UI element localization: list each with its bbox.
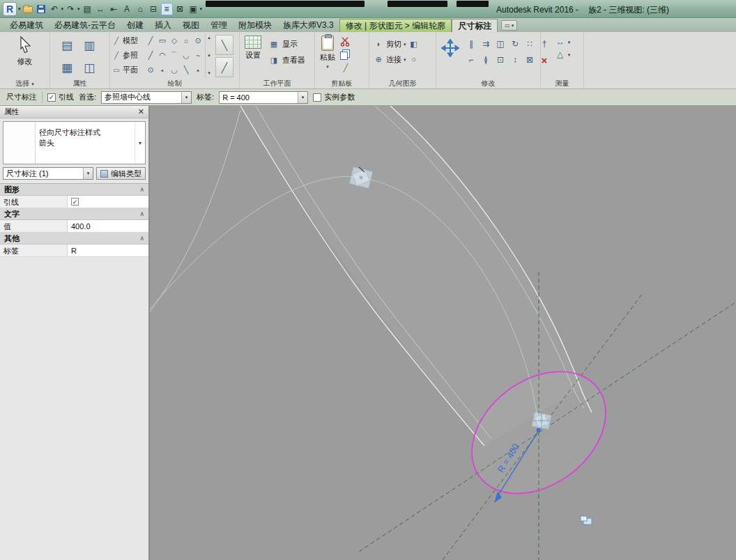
properties-header[interactable]: 属性 ✕	[0, 106, 148, 118]
family-types-button[interactable]: ▥	[79, 35, 100, 56]
cut-icon[interactable]	[340, 37, 350, 47]
workplane-indicator-icon[interactable]	[581, 516, 592, 524]
panel-draw-label[interactable]: 绘制	[110, 79, 239, 88]
aligned-dimension-button[interactable]: ⇤	[108, 3, 120, 15]
instance-parameter-checkbox[interactable]	[313, 93, 321, 102]
section-button[interactable]: ⊟	[148, 3, 160, 15]
gizmo-center-point[interactable]	[540, 419, 543, 422]
scale-icon[interactable]: ↕	[508, 53, 522, 67]
modify-button[interactable]: 修改	[14, 33, 36, 77]
panel-clipboard-label[interactable]: 剪贴板	[315, 79, 369, 88]
tag-row-value[interactable]: R	[68, 244, 148, 256]
split-icon[interactable]: ≬	[479, 53, 493, 67]
switch-windows-button[interactable]: ▣	[187, 3, 199, 15]
customize-qat-caret-icon[interactable]: ▾	[200, 6, 203, 12]
open-button[interactable]	[22, 3, 34, 15]
set-workplane-button[interactable]: 设置	[242, 33, 264, 77]
panel-select-label[interactable]: 选择 ▾	[0, 79, 49, 88]
measure-button[interactable]: ↔	[95, 3, 107, 15]
show-workplane-button[interactable]: ▦ 显示	[266, 37, 307, 51]
mirror-icon[interactable]: ◫	[493, 37, 507, 51]
draw-curve-button[interactable]: ◡	[169, 65, 180, 76]
draw-circle2-button[interactable]: ⊙	[145, 65, 156, 76]
titlebar[interactable]: R ▾ ↶ ▾ ↷ ▾ ▤ ↔ ⇤ A ⌂ ⊟ ≡ ⊠ ▣ ▾ Autodesk…	[0, 0, 736, 18]
leader-row-value[interactable]: ✓	[68, 196, 148, 208]
tab-manage[interactable]: 管理	[205, 19, 233, 32]
section-graphics[interactable]: 图形 ∧	[0, 184, 148, 196]
dimension-grip[interactable]	[537, 428, 540, 432]
properties-close-icon[interactable]: ✕	[138, 107, 144, 116]
draw-on-workplane-button[interactable]: ╱	[215, 57, 233, 77]
array-icon[interactable]: ∷	[523, 37, 537, 51]
draw-tangent-arc-button[interactable]: ◡	[181, 50, 192, 61]
thin-lines-button[interactable]: ≡	[161, 3, 173, 15]
draw-model-button[interactable]: ╱ 模型	[112, 36, 144, 46]
default-3d-view-button[interactable]: ⌂	[135, 3, 146, 15]
edit-type-button[interactable]: 编辑类型	[96, 167, 146, 180]
gallery-scroll-down-icon[interactable]: ▾	[208, 53, 210, 59]
coping-icon[interactable]: ◧	[408, 38, 420, 49]
draw-circle-button[interactable]: ○	[181, 36, 192, 47]
draw-ref-line-button[interactable]: ╱	[145, 50, 156, 61]
draw-reference-button[interactable]: ╱ 参照	[112, 50, 144, 61]
panel-modify-label[interactable]: 修改	[436, 79, 540, 88]
undo-caret-icon[interactable]: ▾	[61, 6, 64, 12]
tag-select[interactable]: R = 400 ▾	[219, 91, 308, 104]
panel-geometry-label[interactable]: 几何图形	[369, 79, 436, 88]
element-filter-select[interactable]: 尺寸标注 (1) ▾	[3, 167, 93, 180]
type-properties-button[interactable]: ◫	[79, 57, 100, 78]
redo-caret-icon[interactable]: ▾	[77, 6, 80, 12]
close-hidden-windows-button[interactable]: ⊠	[174, 3, 186, 15]
draw-line-button[interactable]: ╱	[145, 36, 156, 47]
tab-contextual-modify-shape[interactable]: 修改 | 形状图元 > 编辑轮廓	[339, 19, 452, 32]
paste-button[interactable]: 粘贴 ▾	[317, 33, 338, 77]
type-selector-caret-icon[interactable]: ▾	[135, 122, 145, 164]
app-menu-caret-icon[interactable]: ▾	[18, 6, 21, 12]
measure-caret-icon[interactable]: ▾	[568, 40, 571, 45]
panel-workplane-label[interactable]: 工作平面	[240, 79, 314, 88]
family-category-button[interactable]: ▦	[56, 57, 77, 78]
section-text[interactable]: 文字 ∧	[0, 208, 148, 220]
tab-dimension[interactable]: 尺寸标注	[452, 19, 498, 32]
panel-properties-label[interactable]: 属性	[50, 79, 109, 88]
copy-to-clipboard-icon[interactable]	[340, 52, 348, 60]
gallery-scroll-up-icon[interactable]: ▴	[208, 35, 210, 40]
draw-rectangle-button[interactable]: ▭	[157, 36, 168, 47]
match-type-icon[interactable]: ╱	[340, 62, 351, 73]
drawing-canvas[interactable]: R = 400	[150, 106, 736, 560]
tab-biyi-arch[interactable]: 必易建筑	[4, 19, 49, 32]
save-button[interactable]	[36, 3, 47, 15]
section-other[interactable]: 其他 ∧	[0, 233, 148, 244]
draw-polygon-button[interactable]: ◇	[169, 36, 180, 47]
align-icon[interactable]: ∥	[464, 37, 478, 51]
panel-measure-label[interactable]: 测量	[541, 79, 583, 88]
angle-dimension-icon[interactable]: △	[554, 48, 567, 61]
value-row-value[interactable]: 400.0	[68, 220, 148, 232]
gizmo-center-point[interactable]	[360, 176, 363, 180]
tab-biyi-cloud[interactable]: 必易建筑-云平台	[49, 19, 121, 32]
copy-icon[interactable]: ⊡	[493, 53, 507, 67]
properties-palette-button[interactable]: ▤	[56, 35, 77, 56]
redo-button[interactable]: ↷	[65, 3, 77, 15]
revit-logo-button[interactable]: R	[3, 2, 17, 16]
unjoin-icon[interactable]: ○	[408, 54, 420, 65]
join-geometry-button[interactable]: ⊕ 连接 ▾ ○	[371, 52, 434, 67]
ribbon-display-toggle-button[interactable]: ▭ ▾	[501, 20, 517, 31]
print-button[interactable]: ▤	[82, 3, 93, 15]
draw-spline-button[interactable]: ~	[192, 50, 204, 61]
gallery-expand-icon[interactable]: ▾	[208, 70, 210, 76]
trim-icon[interactable]: ⌐	[464, 53, 478, 67]
offset-icon[interactable]: ⇉	[479, 37, 493, 51]
leader-value-checkbox[interactable]: ✓	[71, 198, 79, 205]
rotate-icon[interactable]: ↻	[508, 37, 522, 51]
move-button[interactable]	[438, 33, 462, 77]
text-button[interactable]: A	[121, 3, 133, 15]
cut-geometry-button[interactable]: ◗ 剪切 ▾ ◧	[371, 36, 434, 52]
unpin-icon[interactable]: ⊠	[523, 53, 537, 67]
type-selector[interactable]: 径向尺寸标注样式 箭头 ▾	[3, 121, 146, 164]
tab-view[interactable]: 视图	[177, 19, 205, 32]
undo-button[interactable]: ↶	[49, 3, 61, 15]
draw-ellipse-button[interactable]: ⊙	[192, 36, 204, 47]
draw-on-face-button[interactable]: ╲	[215, 35, 233, 55]
angle-caret-icon[interactable]: ▾	[568, 52, 571, 57]
